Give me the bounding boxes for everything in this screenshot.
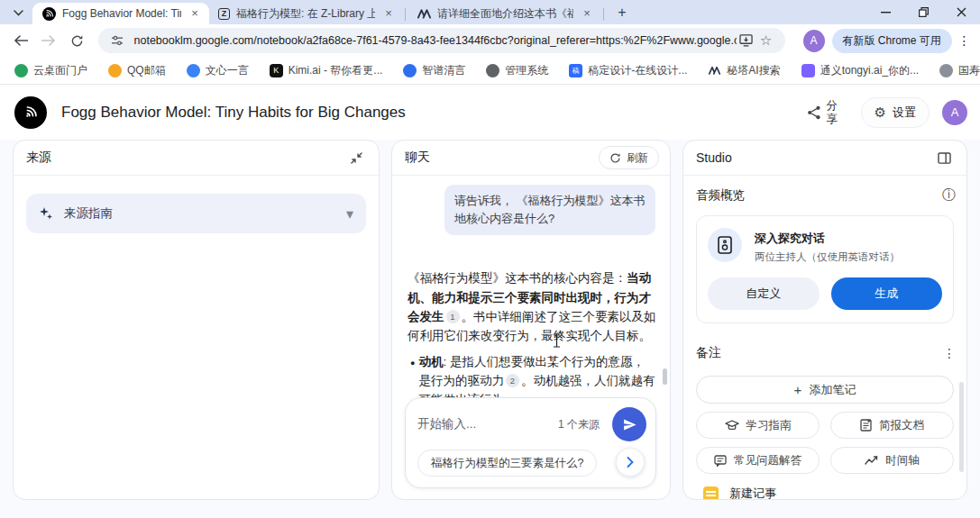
add-note-button[interactable]: + 添加笔记 — [696, 376, 954, 404]
url-text[interactable]: notebooklm.google.com/notebook/a2fa68ce-… — [134, 34, 737, 47]
site-settings-icon[interactable] — [107, 31, 127, 50]
graduation-cap-icon — [725, 420, 739, 432]
bookmark-label: 云桌面门户 — [33, 63, 87, 78]
tab-close-icon[interactable]: × — [188, 6, 202, 21]
tab-title: 请详细全面地介绍这本书《福 — [437, 6, 573, 22]
bookmark-item[interactable]: 通义tongyi.ai_你的... — [801, 63, 919, 78]
bookmark-item[interactable]: 管理系统 — [486, 63, 548, 78]
chevron-down-icon — [14, 10, 23, 16]
bookmark-item[interactable]: KKimi.ai - 帮你看更... — [270, 63, 383, 78]
browser-tab-metaso[interactable]: 请详细全面地介绍这本书《福 × — [408, 3, 601, 24]
tab-close-icon[interactable]: × — [381, 6, 396, 21]
bookmark-item[interactable]: 文心一言 — [187, 63, 249, 78]
bookmark-item[interactable]: 稿稿定设计-在线设计... — [569, 63, 687, 78]
bookmark-item[interactable]: 国寿e店 — [939, 63, 980, 78]
send-button[interactable] — [612, 407, 646, 441]
kimi-icon: K — [270, 64, 283, 77]
bookmark-item[interactable]: 云桌面门户 — [14, 63, 87, 78]
bookmark-label: Kimi.ai - 帮你看更... — [289, 63, 383, 78]
refresh-chat-button[interactable]: 刷新 — [599, 146, 659, 169]
bookmark-item[interactable]: 智谱清言 — [403, 63, 465, 78]
share-button[interactable]: 分享 — [798, 95, 848, 130]
browser-menu-icon[interactable]: ⋮ — [956, 29, 973, 53]
settings-button[interactable]: ⚙ 设置 — [861, 97, 930, 128]
deep-dive-title: 深入探究对话 — [755, 228, 900, 247]
bookmark-item[interactable]: 秘塔AI搜索 — [708, 63, 780, 78]
source-guide-card[interactable]: 来源指南 ▾ — [26, 194, 366, 233]
generate-button[interactable]: 生成 — [831, 277, 943, 310]
restore-icon — [919, 7, 929, 17]
wenxin-icon — [187, 64, 200, 77]
chrome-update-pill[interactable]: 有新版 Chrome 可用 — [832, 29, 952, 53]
browser-toolbar: notebooklm.google.com/notebook/a2fa68ce-… — [0, 24, 980, 57]
briefing-doc-chip[interactable]: 简报文档 — [830, 412, 954, 439]
reload-button[interactable] — [65, 28, 89, 53]
faq-chip[interactable]: 常见问题解答 — [696, 447, 820, 474]
tab-close-icon[interactable]: × — [580, 6, 594, 21]
qq-mail-icon — [108, 64, 122, 77]
citation-badge[interactable]: 1 — [446, 310, 460, 323]
tab-separator — [405, 8, 406, 21]
notebook-title[interactable]: Fogg Behavior Model: Tiny Habits for Big… — [61, 104, 406, 122]
restore-button[interactable] — [904, 0, 942, 24]
share-icon — [807, 105, 821, 120]
bookmarks-bar: 云桌面门户 QQ邮箱 文心一言 KKimi.ai - 帮你看更... 智谱清言 … — [0, 57, 980, 85]
chat-messages[interactable]: 请告诉我， 《福格行为模型》这本书地核心内容是什么? 《福格行为模型》这本书的核… — [392, 176, 670, 500]
tab-search-button[interactable] — [5, 2, 31, 23]
ai-text: 《福格行为模型》这本书的核心内容是： — [408, 271, 627, 285]
bookmark-label: 智谱清言 — [422, 63, 465, 78]
new-note-item[interactable]: 新建记事 — [703, 486, 954, 500]
chip-label: 时间轴 — [885, 453, 920, 468]
gear-icon: ⚙ — [875, 105, 886, 121]
chevron-right-icon — [627, 457, 634, 468]
back-icon — [14, 35, 28, 46]
customize-button[interactable]: 自定义 — [708, 277, 820, 310]
cloud-desktop-icon — [14, 64, 28, 77]
close-window-button[interactable] — [942, 0, 980, 24]
bookmark-item[interactable]: QQ邮箱 — [108, 63, 166, 78]
split-panel-icon — [938, 152, 951, 164]
timeline-chip[interactable]: 时间轴 — [830, 447, 954, 474]
chevron-down-icon[interactable]: ▾ — [346, 205, 353, 223]
study-guide-chip[interactable]: 学习指南 — [696, 412, 820, 439]
bookmark-label: QQ邮箱 — [127, 63, 166, 78]
chat-scrollbar[interactable] — [663, 368, 667, 385]
new-tab-button[interactable]: + — [611, 2, 633, 23]
browser-tab-notebooklm[interactable]: Fogg Behavior Model: Tiny H × — [32, 3, 209, 24]
chat-panel: 聊天 刷新 请告诉我， 《福格行为模型》这本书地核心内容是什么? 《福格行为模型… — [391, 140, 671, 500]
bookmark-label: 管理系统 — [505, 63, 548, 78]
speaker-icon — [708, 228, 742, 262]
bookmark-label: 国寿e店 — [958, 63, 980, 78]
chat-panel-title: 聊天 — [405, 150, 430, 166]
gaoding-icon: 稿 — [569, 64, 582, 77]
forward-button[interactable] — [37, 28, 61, 53]
browser-tab-zlibrary[interactable]: Z 福格行为模型: 在 Z-Library 上 × — [209, 3, 403, 24]
studio-scrollbar[interactable] — [959, 382, 964, 472]
timeline-icon — [865, 456, 878, 465]
sparkle-icon — [39, 206, 53, 221]
chip-label: 常见问题解答 — [734, 453, 801, 468]
address-bar[interactable]: notebooklm.google.com/notebook/a2fa68ce-… — [98, 28, 785, 53]
split-panel-button[interactable] — [932, 146, 956, 169]
install-app-icon[interactable] — [737, 31, 756, 50]
send-icon — [622, 417, 637, 432]
suggested-question-chip[interactable]: 福格行为模型的三要素是什么? — [417, 450, 597, 477]
browser-profile-avatar[interactable]: A — [803, 30, 825, 52]
notes-menu-icon[interactable]: ⋮ — [943, 346, 956, 360]
note-label: 新建记事 — [729, 486, 776, 500]
bookmark-star-icon[interactable]: ☆ — [756, 31, 776, 50]
refresh-label: 刷新 — [627, 150, 648, 166]
account-avatar[interactable]: A — [942, 100, 967, 125]
minimize-button[interactable] — [866, 0, 904, 24]
back-button[interactable] — [9, 28, 33, 53]
share-label: 分享 — [827, 99, 839, 126]
chat-input[interactable]: 开始输入... — [417, 416, 558, 432]
bookmark-label: 通义tongyi.ai_你的... — [820, 63, 919, 78]
notebooklm-header: Fogg Behavior Model: Tiny Habits for Big… — [0, 85, 980, 140]
sources-panel: 来源 来源指南 ▾ — [13, 140, 380, 500]
info-icon[interactable]: ⓘ — [942, 186, 956, 204]
citation-badge[interactable]: 2 — [506, 374, 519, 387]
collapse-panel-button[interactable] — [344, 146, 368, 169]
next-suggestion-button[interactable] — [616, 448, 645, 477]
chip-label: 学习指南 — [746, 418, 792, 433]
